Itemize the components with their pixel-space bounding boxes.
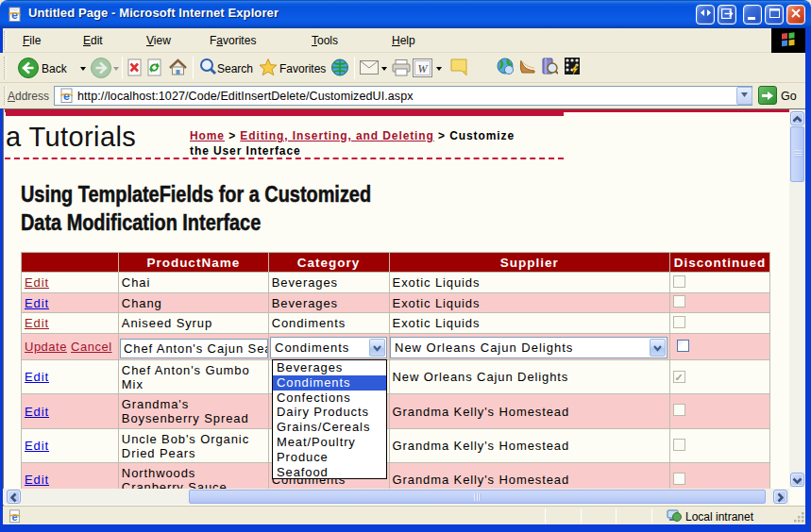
svg-text:e: e — [63, 90, 70, 103]
svg-text:e: e — [12, 511, 18, 523]
svg-text:e: e — [11, 8, 18, 22]
svg-text:W: W — [418, 62, 429, 75]
